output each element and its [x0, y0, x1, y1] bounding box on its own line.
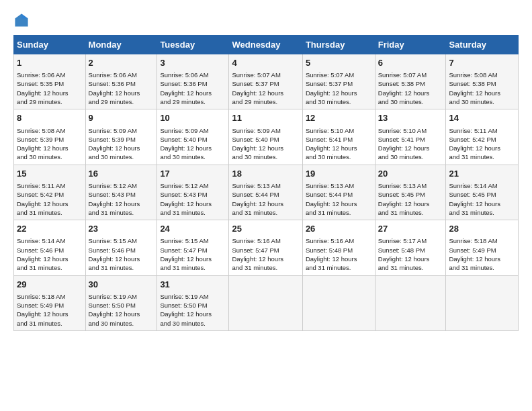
header-row: SundayMondayTuesdayWednesdayThursdayFrid… [14, 36, 519, 54]
cell-info-line: and 31 minutes. [232, 263, 299, 272]
day-number: 4 [232, 57, 299, 69]
cell-info-line: Sunset: 5:44 PM [306, 190, 372, 199]
cell-info-line: Sunrise: 5:10 AM [306, 126, 372, 135]
calendar-cell: 29Sunrise: 5:18 AMSunset: 5:49 PMDayligh… [14, 275, 86, 330]
calendar-cell: 5Sunrise: 5:07 AMSunset: 5:37 PMDaylight… [302, 54, 375, 109]
cell-info-line: Sunset: 5:45 PM [378, 190, 443, 199]
calendar-cell: 24Sunrise: 5:15 AMSunset: 5:47 PMDayligh… [157, 220, 229, 275]
calendar-cell: 11Sunrise: 5:09 AMSunset: 5:40 PMDayligh… [229, 109, 302, 165]
cell-info-line: Sunrise: 5:19 AM [89, 292, 154, 301]
calendar-cell: 22Sunrise: 5:14 AMSunset: 5:46 PMDayligh… [14, 220, 86, 275]
calendar-cell [302, 275, 375, 330]
cell-info-line: and 30 minutes. [160, 319, 226, 328]
cell-info-line: Daylight: 12 hours [232, 199, 299, 208]
week-row-5: 29Sunrise: 5:18 AMSunset: 5:49 PMDayligh… [14, 275, 519, 330]
day-number: 7 [449, 57, 515, 69]
cell-info-line: Sunrise: 5:12 AM [160, 181, 226, 190]
cell-info-line: Sunrise: 5:15 AM [89, 236, 154, 245]
cell-info-line: Daylight: 12 hours [378, 255, 443, 263]
calendar-cell: 21Sunrise: 5:14 AMSunset: 5:45 PMDayligh… [446, 165, 519, 220]
day-number: 18 [232, 168, 299, 180]
cell-info-line: Daylight: 12 hours [17, 199, 83, 208]
day-number: 8 [17, 112, 83, 124]
cell-info-line: Sunset: 5:45 PM [449, 190, 515, 199]
day-number: 28 [449, 223, 515, 235]
cell-info-line: Sunset: 5:42 PM [449, 135, 515, 144]
cell-info-line: Sunset: 5:48 PM [378, 246, 443, 255]
cell-info-line: Sunset: 5:47 PM [160, 246, 226, 255]
cell-info-line: Sunrise: 5:07 AM [306, 71, 372, 79]
cell-info-line: Sunrise: 5:13 AM [378, 181, 443, 190]
day-number: 30 [89, 279, 154, 291]
cell-info-line: and 30 minutes. [160, 152, 226, 161]
cell-info-line: and 31 minutes. [449, 208, 515, 217]
cell-info-line: Sunrise: 5:17 AM [378, 236, 443, 245]
calendar-cell: 19Sunrise: 5:13 AMSunset: 5:44 PMDayligh… [302, 165, 375, 220]
calendar-cell: 17Sunrise: 5:12 AMSunset: 5:43 PMDayligh… [157, 165, 229, 220]
col-header-thursday: Thursday [302, 36, 375, 54]
cell-info-line: Daylight: 12 hours [17, 255, 83, 263]
calendar-cell: 26Sunrise: 5:16 AMSunset: 5:48 PMDayligh… [302, 220, 375, 275]
calendar-cell [375, 275, 446, 330]
cell-info-line: and 30 minutes. [17, 152, 83, 161]
calendar-table: SundayMondayTuesdayWednesdayThursdayFrid… [13, 35, 519, 331]
day-number: 21 [449, 168, 515, 180]
day-number: 16 [89, 168, 154, 180]
cell-info-line: Sunrise: 5:06 AM [89, 71, 154, 79]
day-number: 29 [17, 279, 83, 291]
day-number: 9 [89, 112, 154, 124]
calendar-cell: 8Sunrise: 5:08 AMSunset: 5:39 PMDaylight… [14, 109, 86, 165]
cell-info-line: Daylight: 12 hours [232, 144, 299, 152]
cell-info-line: and 31 minutes. [17, 263, 83, 272]
cell-info-line: Sunrise: 5:11 AM [449, 126, 515, 135]
cell-info-line: and 29 minutes. [160, 97, 226, 106]
cell-info-line: Daylight: 12 hours [306, 89, 372, 97]
cell-info-line: Sunset: 5:40 PM [160, 135, 226, 144]
calendar-cell: 20Sunrise: 5:13 AMSunset: 5:45 PMDayligh… [375, 165, 446, 220]
cell-info-line: Daylight: 12 hours [306, 199, 372, 208]
cell-info-line: Sunrise: 5:18 AM [449, 236, 515, 245]
svg-marker-1 [21, 13, 28, 18]
day-number: 23 [89, 223, 154, 235]
calendar-cell: 4Sunrise: 5:07 AMSunset: 5:37 PMDaylight… [229, 54, 302, 109]
cell-info-line: Daylight: 12 hours [232, 255, 299, 263]
cell-info-line: Daylight: 12 hours [306, 144, 372, 152]
day-number: 2 [89, 57, 154, 69]
calendar-cell: 12Sunrise: 5:10 AMSunset: 5:41 PMDayligh… [302, 109, 375, 165]
cell-info-line: Sunrise: 5:13 AM [306, 181, 372, 190]
cell-info-line: Sunset: 5:39 PM [89, 135, 154, 144]
cell-info-line: Sunrise: 5:09 AM [232, 126, 299, 135]
cell-info-line: Daylight: 12 hours [449, 89, 515, 97]
col-header-wednesday: Wednesday [229, 36, 302, 54]
calendar-cell: 9Sunrise: 5:09 AMSunset: 5:39 PMDaylight… [85, 109, 157, 165]
cell-info-line: Daylight: 12 hours [449, 199, 515, 208]
day-number: 13 [378, 112, 443, 124]
cell-info-line: Daylight: 12 hours [160, 144, 226, 152]
cell-info-line: Daylight: 12 hours [160, 199, 226, 208]
cell-info-line: Daylight: 12 hours [17, 144, 83, 152]
cell-info-line: Sunrise: 5:07 AM [232, 71, 299, 79]
day-number: 24 [160, 223, 226, 235]
day-number: 19 [306, 168, 372, 180]
day-number: 31 [160, 279, 226, 291]
cell-info-line: Sunset: 5:36 PM [89, 79, 154, 88]
cell-info-line: Sunset: 5:40 PM [232, 135, 299, 144]
cell-info-line: Daylight: 12 hours [89, 144, 154, 152]
cell-info-line: Daylight: 12 hours [89, 255, 154, 263]
cell-info-line: Sunset: 5:35 PM [17, 79, 83, 88]
cell-info-line: Sunset: 5:39 PM [17, 135, 83, 144]
cell-info-line: and 30 minutes. [89, 319, 154, 328]
week-row-3: 15Sunrise: 5:11 AMSunset: 5:42 PMDayligh… [14, 165, 519, 220]
cell-info-line: Sunrise: 5:06 AM [17, 71, 83, 79]
cell-info-line: and 30 minutes. [449, 97, 515, 106]
cell-info-line: Daylight: 12 hours [306, 255, 372, 263]
cell-info-line: Sunrise: 5:18 AM [17, 292, 83, 301]
calendar-cell: 25Sunrise: 5:16 AMSunset: 5:47 PMDayligh… [229, 220, 302, 275]
day-number: 1 [17, 57, 83, 69]
cell-info-line: Sunrise: 5:08 AM [449, 71, 515, 79]
cell-info-line: Daylight: 12 hours [17, 310, 83, 318]
cell-info-line: Daylight: 12 hours [17, 89, 83, 97]
cell-info-line: and 31 minutes. [160, 208, 226, 217]
cell-info-line: Sunrise: 5:11 AM [17, 181, 83, 190]
calendar-cell: 13Sunrise: 5:10 AMSunset: 5:41 PMDayligh… [375, 109, 446, 165]
